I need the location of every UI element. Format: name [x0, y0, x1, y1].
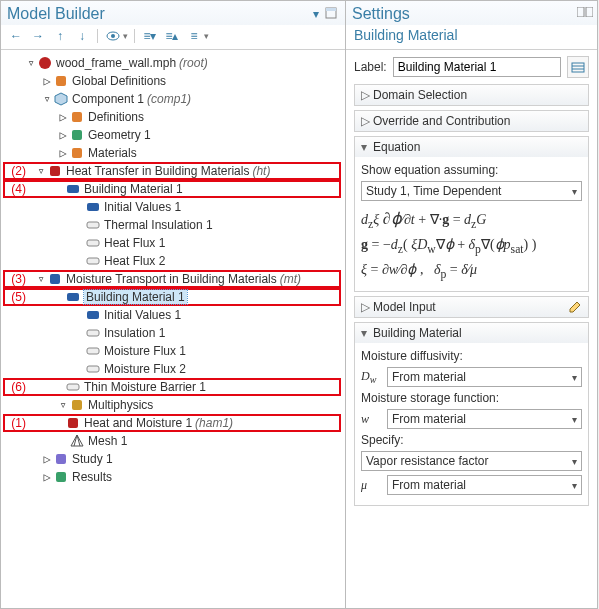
tree-item[interactable]: Thermal Insulation 1 [3, 216, 341, 234]
dw-select[interactable]: From material ▾ [387, 367, 582, 387]
tree-item[interactable]: Heat Flux 2 [3, 252, 341, 270]
tree-item[interactable]: Heat Flux 1 [3, 234, 341, 252]
expand-icon: ▷ [361, 114, 373, 128]
mu-row: μ From material ▾ [361, 475, 582, 495]
w-row: w From material ▾ [361, 409, 582, 429]
chevron-down-icon: ▾ [572, 414, 577, 425]
chevron-down-icon[interactable]: ▾ [204, 31, 209, 41]
mu-select[interactable]: From material ▾ [387, 475, 582, 495]
svg-rect-23 [68, 418, 78, 428]
section-building-material: ▾ Building Material Moisture diffusivity… [354, 322, 589, 506]
edit-icon[interactable] [568, 300, 582, 314]
tree-item[interactable]: Insulation 1 [3, 324, 341, 342]
tree-item[interactable]: Moisture Flux 2 [3, 360, 341, 378]
study-icon [53, 451, 69, 467]
expand-toggle-icon[interactable]: ▿ [57, 398, 69, 412]
show-icon[interactable] [104, 27, 122, 45]
tree-item[interactable]: ▷Materials [3, 144, 341, 162]
tree-item[interactable]: Building Material 1 [3, 180, 341, 198]
chevron-down-icon[interactable]: ▾ [123, 31, 128, 41]
expand-toggle-icon[interactable]: ▿ [35, 272, 47, 286]
ham-icon [65, 415, 81, 431]
bc-icon [85, 235, 101, 251]
nav-down-icon[interactable]: ↓ [73, 27, 91, 45]
tree-item-label: wood_frame_wall.mph [56, 56, 176, 70]
settings-form: Label: ▷ Domain Selection ▷ Override and… [346, 50, 597, 608]
section-header[interactable]: ▷ Domain Selection [355, 85, 588, 105]
tree-item[interactable]: ▿Heat Transfer in Building Materials(ht) [3, 162, 341, 180]
tree-item[interactable]: ▷Global Definitions [3, 72, 341, 90]
svg-point-3 [111, 34, 115, 38]
show-eq-caption: Show equation assuming: [361, 163, 582, 177]
section-equation: ▾ Equation Show equation assuming: Study… [354, 136, 589, 292]
nav-fwd-icon[interactable]: → [29, 27, 47, 45]
tree-item-label: Heat Flux 1 [104, 236, 165, 250]
tree-item[interactable]: Moisture Flux 1 [3, 342, 341, 360]
tree-item[interactable]: ▿wood_frame_wall.mph(root) [3, 54, 341, 72]
svg-rect-10 [67, 185, 79, 193]
tree-item[interactable]: ▿Moisture Transport in Building Material… [3, 270, 341, 288]
tree-item[interactable]: Initial Values 1 [3, 198, 341, 216]
tree-item[interactable]: Initial Values 1 [3, 306, 341, 324]
expand-toggle-icon[interactable]: ▷ [41, 470, 53, 484]
tree-item[interactable]: ▷Definitions [3, 108, 341, 126]
tree-item[interactable]: ▷Results [3, 468, 341, 486]
model-tree[interactable]: ▿wood_frame_wall.mph(root)▷Global Defini… [1, 50, 345, 608]
expand-toggle-icon[interactable]: ▷ [41, 74, 53, 88]
expand-all-icon[interactable]: ≡▴ [163, 27, 181, 45]
specify-select[interactable]: Vapor resistance factor ▾ [361, 451, 582, 471]
section-header[interactable]: ▾ Building Material [355, 323, 588, 343]
section-header[interactable]: ▾ Equation [355, 137, 588, 157]
tree-item[interactable]: ▷Study 1 [3, 450, 341, 468]
tree-item-label: Component 1 [72, 92, 144, 106]
dropdown-icon[interactable]: ▾ [307, 5, 325, 23]
w-symbol: w [361, 412, 381, 427]
expand-toggle-icon[interactable]: ▿ [25, 56, 37, 70]
nav-back-icon[interactable]: ← [7, 27, 25, 45]
svg-rect-6 [72, 112, 82, 122]
tree-item-label: Multiphysics [88, 398, 153, 412]
tree-item[interactable]: Mesh 1 [3, 432, 341, 450]
tree-item[interactable]: ▷Geometry 1 [3, 126, 341, 144]
tree-view-icon[interactable]: ≡ [185, 27, 203, 45]
section-title: Domain Selection [373, 88, 582, 102]
section-title: Override and Contribution [373, 114, 582, 128]
tree-item[interactable]: ▿Multiphysics [3, 396, 341, 414]
expand-toggle-icon[interactable]: ▷ [41, 452, 53, 466]
ht-icon [47, 163, 63, 179]
nav-up-icon[interactable]: ↑ [51, 27, 69, 45]
study-select[interactable]: Study 1, Time Dependent ▾ [361, 181, 582, 201]
chevron-down-icon: ▾ [572, 456, 577, 467]
equation-line-3: ξ = ∂w⁄∂ϕ , δp = δ⁄μ [361, 261, 582, 281]
section-header[interactable]: ▷ Override and Contribution [355, 111, 588, 131]
tree-item[interactable]: Thin Moisture Barrier 1 [3, 378, 341, 396]
w-select[interactable]: From material ▾ [387, 409, 582, 429]
globe-icon [53, 73, 69, 89]
label-caption: Label: [354, 60, 387, 74]
expand-toggle-icon[interactable]: ▿ [35, 164, 47, 178]
expand-toggle-icon[interactable]: ▷ [57, 110, 69, 124]
label-input[interactable] [393, 57, 561, 77]
section-header[interactable]: ▷ Model Input [355, 297, 588, 317]
svg-rect-19 [87, 348, 99, 354]
tree-item[interactable]: Heat and Moisture 1(ham1) [3, 414, 341, 432]
expand-toggle-icon[interactable]: ▿ [41, 92, 53, 106]
building-material-body: Moisture diffusivity: Dw From material ▾… [355, 343, 588, 505]
section-title: Building Material [373, 326, 582, 340]
tree-item[interactable]: Building Material 1 [3, 288, 341, 306]
callout-number: (4) [4, 182, 26, 196]
expand-toggle-icon[interactable]: ▷ [57, 128, 69, 142]
settings-panel: Settings Building Material Label: ▷ Doma… [345, 0, 598, 609]
svg-rect-27 [56, 472, 66, 482]
collapse-all-icon[interactable]: ≡▾ [141, 27, 159, 45]
tree-item[interactable]: ▿Component 1(comp1) [3, 90, 341, 108]
moist-diff-caption: Moisture diffusivity: [361, 349, 582, 363]
settings-title: Settings [346, 1, 597, 25]
expand-toggle-icon[interactable]: ▷ [57, 146, 69, 160]
label-row: Label: [354, 56, 589, 78]
svg-rect-13 [87, 240, 99, 246]
create-selection-button[interactable] [567, 56, 589, 78]
tree-item-label: Building Material 1 [84, 290, 187, 304]
svg-rect-11 [87, 203, 99, 211]
section-title: Model Input [373, 300, 568, 314]
